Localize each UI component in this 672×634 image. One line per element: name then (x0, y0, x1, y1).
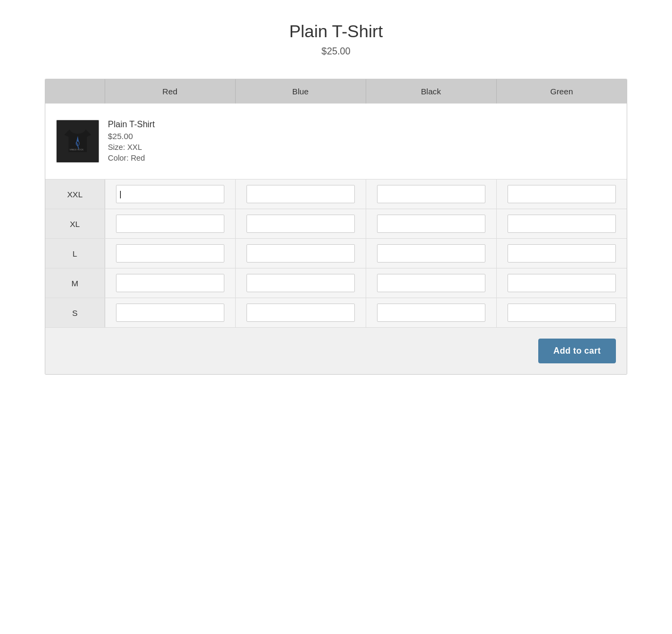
qty-input-m-red[interactable] (116, 274, 224, 292)
qty-cell-l-red (105, 239, 235, 268)
qty-cell-l-black (366, 239, 496, 268)
product-info-cell: SPACE ROCK Plain T-Shirt $25.00 Size: XX… (45, 104, 627, 180)
qty-cell-s-black (366, 298, 496, 328)
col-header-black: Black (366, 79, 496, 104)
qty-input-s-blue[interactable] (246, 304, 355, 322)
qty-cell-m-black (366, 268, 496, 298)
product-info-name: Plain T-Shirt (108, 120, 155, 129)
product-info-row: SPACE ROCK Plain T-Shirt $25.00 Size: XX… (45, 104, 627, 180)
product-table: Red Blue Black Green (45, 79, 627, 374)
qty-input-m-green[interactable] (508, 274, 616, 292)
qty-cell-l-blue (235, 239, 366, 268)
size-label-xxl: XXL (45, 180, 105, 209)
table-header-row: Red Blue Black Green (45, 79, 627, 104)
qty-cell-xl-red (105, 209, 235, 239)
product-title: Plain T-Shirt (45, 22, 627, 42)
footer-content: Add to cart (56, 339, 616, 363)
qty-input-xxl-red[interactable] (116, 185, 224, 203)
col-header-empty (45, 79, 105, 104)
col-header-red: Red (105, 79, 235, 104)
qty-input-m-black[interactable] (377, 274, 485, 292)
qty-cell-s-green (496, 298, 627, 328)
svg-text:SPACE ROCK: SPACE ROCK (70, 148, 84, 151)
size-label-s: S (45, 298, 105, 328)
qty-cell-xl-black (366, 209, 496, 239)
table-row-l: L (45, 239, 627, 268)
qty-cell-xl-green (496, 209, 627, 239)
size-label-m: M (45, 268, 105, 298)
table-row-s: S (45, 298, 627, 328)
table-footer-row: Add to cart (45, 328, 627, 375)
qty-input-s-green[interactable] (508, 304, 616, 322)
qty-cell-xxl-black (366, 180, 496, 209)
qty-input-s-red[interactable] (116, 304, 224, 322)
qty-cell-m-green (496, 268, 627, 298)
qty-input-xxl-green[interactable] (508, 185, 616, 203)
table-footer-cell: Add to cart (45, 328, 627, 375)
qty-input-l-green[interactable] (508, 244, 616, 263)
size-label-l: L (45, 239, 105, 268)
add-to-cart-button[interactable]: Add to cart (538, 339, 616, 363)
qty-cell-l-green (496, 239, 627, 268)
product-info-size: Size: XXL (108, 143, 155, 151)
page-container: Plain T-Shirt $25.00 Red Blue Black Gree… (45, 22, 627, 375)
qty-cell-xl-blue (235, 209, 366, 239)
qty-input-l-blue[interactable] (246, 244, 355, 263)
tshirt-icon: SPACE ROCK (61, 125, 94, 157)
qty-input-xl-blue[interactable] (246, 215, 355, 233)
qty-cell-m-red (105, 268, 235, 298)
size-label-xl: XL (45, 209, 105, 239)
product-info-color: Color: Red (108, 154, 155, 162)
qty-input-xl-red[interactable] (116, 215, 224, 233)
qty-cell-xxl-red (105, 180, 235, 209)
qty-input-m-blue[interactable] (246, 274, 355, 292)
qty-cell-m-blue (235, 268, 366, 298)
qty-cell-s-blue (235, 298, 366, 328)
qty-input-l-red[interactable] (116, 244, 224, 263)
product-price: $25.00 (45, 46, 627, 57)
product-thumbnail: SPACE ROCK (56, 120, 99, 163)
product-details: Plain T-Shirt $25.00 Size: XXL Color: Re… (108, 120, 155, 162)
table-row-xl: XL (45, 209, 627, 239)
qty-input-l-black[interactable] (377, 244, 485, 263)
product-header: Plain T-Shirt $25.00 (45, 22, 627, 57)
product-table-wrapper: Red Blue Black Green (45, 79, 627, 375)
qty-input-xxl-black[interactable] (377, 185, 485, 203)
qty-input-s-black[interactable] (377, 304, 485, 322)
qty-cell-xxl-green (496, 180, 627, 209)
col-header-blue: Blue (235, 79, 366, 104)
qty-cell-s-red (105, 298, 235, 328)
qty-cell-xxl-blue (235, 180, 366, 209)
table-row-m: M (45, 268, 627, 298)
qty-input-xl-green[interactable] (508, 215, 616, 233)
col-header-green: Green (496, 79, 627, 104)
qty-input-xxl-blue[interactable] (246, 185, 355, 203)
table-row-xxl: XXL (45, 180, 627, 209)
qty-input-xl-black[interactable] (377, 215, 485, 233)
product-info-price: $25.00 (108, 132, 155, 141)
